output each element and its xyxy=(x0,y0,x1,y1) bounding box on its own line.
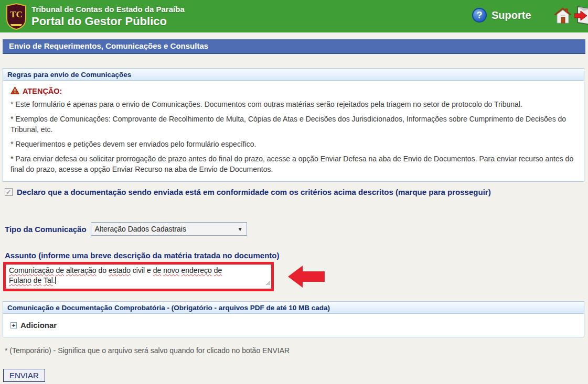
declaration-checkbox[interactable]: ✓ xyxy=(5,188,13,196)
support-label: Suporte xyxy=(491,9,531,21)
temporary-note: * (Temporário) - Significa que o arquivo… xyxy=(5,346,290,355)
portal-name: Portal do Gestor Público xyxy=(31,14,185,28)
red-arrow-annotation-icon xyxy=(287,264,326,292)
assunto-text-segment: Fulano xyxy=(9,276,31,284)
attention-row: ATENÇÃO: xyxy=(10,86,576,96)
attention-label: ATENÇÃO: xyxy=(23,87,62,95)
assunto-text-segment: de xyxy=(56,266,65,275)
assunto-textarea[interactable]: Comunicação de alteração do estado civil… xyxy=(6,265,271,289)
svg-text:TC: TC xyxy=(10,9,23,19)
rules-body: ATENÇÃO: * Este formulário é apenas para… xyxy=(3,81,584,174)
rule-item: * Para enviar defesa ou solicitar prorro… xyxy=(10,154,576,174)
rules-panel: Regras para envio de Comunicações ATENÇÃ… xyxy=(3,68,584,182)
assunto-label: Assunto (informe uma breve descrição da … xyxy=(5,251,279,260)
home-icon[interactable] xyxy=(554,7,572,27)
rules-list: * Este formulário é apenas para o envio … xyxy=(10,100,576,174)
assunto-text-segment: de xyxy=(34,276,42,284)
rule-item: * Requerimentos e petições devem ser env… xyxy=(10,139,576,149)
chevron-down-icon: ▼ xyxy=(238,226,243,232)
assunto-text-segment: de xyxy=(214,266,222,275)
enviar-button[interactable]: ENVIAR xyxy=(3,369,45,382)
docs-panel-header: Comunicação e Documentação Comprobatória… xyxy=(3,302,584,314)
docs-panel: Comunicação e Documentação Comprobatória… xyxy=(3,301,584,337)
help-question-icon: ? xyxy=(472,8,487,23)
header-titles: Tribunal de Contas do Estado da Paraíba … xyxy=(31,4,185,28)
assunto-text-segment: Comunicação xyxy=(9,266,54,275)
warning-triangle-icon xyxy=(10,86,19,96)
rule-item: * Este formulário é apenas para o envio … xyxy=(10,100,576,109)
assunto-text-segment: civil e xyxy=(131,266,153,275)
resize-handle-icon[interactable] xyxy=(266,278,271,288)
assunto-text-segment: estado xyxy=(109,266,131,275)
red-highlight-annotation: Comunicação de alteração do estado civil… xyxy=(3,262,274,291)
exit-logout-icon[interactable] xyxy=(574,6,588,28)
rules-panel-header: Regras para envio de Comunicações xyxy=(3,69,584,81)
tipo-comunicacao-select[interactable]: Alteração Dados Cadastrais ▼ xyxy=(91,222,247,236)
support-button[interactable]: ? Suporte xyxy=(472,8,531,23)
assunto-text-segment: endereço xyxy=(181,266,211,275)
rule-item: * Exemplos de Comunicações: Comprovante … xyxy=(10,114,576,135)
org-name: Tribunal de Contas do Estado da Paraíba xyxy=(31,4,185,14)
tipo-selected-value: Alteração Dados Cadastrais xyxy=(95,225,186,233)
declaration-row: ✓ Declaro que a documentação sendo envia… xyxy=(5,188,491,196)
tce-shield-logo-icon: TC xyxy=(5,3,27,32)
declaration-label: Declaro que a documentação sendo enviada… xyxy=(17,188,491,196)
assunto-text-segment: novo xyxy=(163,266,179,275)
page-title: Envio de Requerimentos, Comunicações e C… xyxy=(3,39,585,54)
adicionar-label: Adicionar xyxy=(20,321,57,330)
adicionar-button[interactable]: + Adicionar xyxy=(3,314,71,330)
assunto-text-segment: Tal xyxy=(44,276,53,284)
expand-plus-icon: + xyxy=(10,322,17,328)
app-header: TC Tribunal de Contas do Estado da Paraí… xyxy=(0,0,588,32)
tipo-row: Tipo da Comunicação Alteração Dados Cada… xyxy=(5,222,247,236)
text-caret xyxy=(55,277,56,284)
tipo-label: Tipo da Comunicação xyxy=(5,225,87,234)
assunto-text-segment: do xyxy=(97,266,109,275)
assunto-text-segment: alteração xyxy=(66,266,97,275)
assunto-text-segment: de xyxy=(153,266,162,275)
